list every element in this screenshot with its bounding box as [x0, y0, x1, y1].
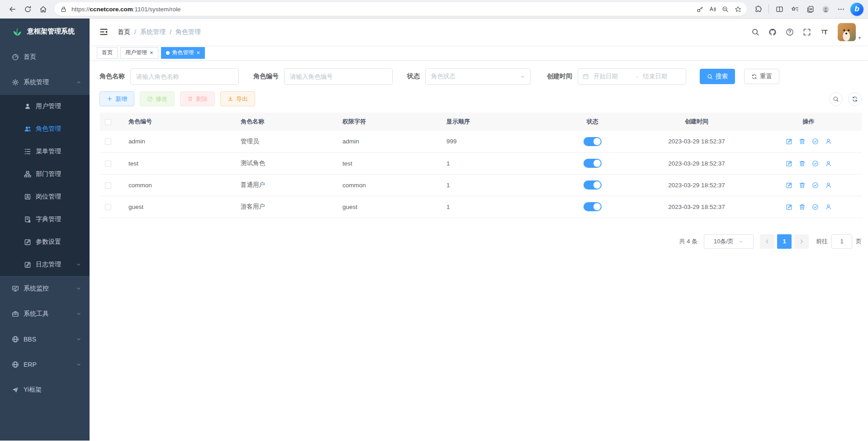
row-edit-button[interactable] — [786, 204, 792, 210]
select-all-checkbox[interactable] — [105, 119, 111, 125]
zoom-out-icon[interactable] — [719, 3, 731, 15]
browser-profile-icon[interactable] — [818, 1, 833, 17]
sidebar-item-dept-mgmt[interactable]: 部门管理 — [0, 163, 90, 185]
date-range-picker[interactable]: 开始日期 - 结束日期 — [578, 68, 686, 85]
read-aloud-icon[interactable] — [706, 3, 719, 15]
row-assign-user-button[interactable] — [825, 204, 832, 210]
sidebar-item-dict-mgmt[interactable]: 字典管理 — [0, 208, 90, 231]
row-edit-button[interactable] — [786, 182, 792, 189]
copilot-bing-icon[interactable]: b — [850, 3, 863, 16]
col-display-order: 显示顺序 — [441, 113, 547, 131]
user-avatar[interactable] — [838, 23, 856, 41]
refresh-table-button[interactable] — [848, 92, 862, 106]
status-select[interactable]: 角色状态 — [425, 68, 531, 85]
row-assign-user-button[interactable] — [825, 138, 832, 145]
sidebar-item-bbs[interactable]: BBS — [0, 327, 90, 352]
sidebar-collapse-button[interactable] — [96, 24, 111, 40]
search-button[interactable]: 搜索 — [700, 69, 735, 84]
add-favorite-star-icon[interactable] — [731, 3, 744, 15]
header-search-button[interactable] — [748, 25, 763, 39]
cell-role-code: guest — [123, 196, 235, 218]
row-assign-user-button[interactable] — [825, 182, 832, 189]
reset-button[interactable]: 重置 — [744, 69, 779, 84]
row-delete-button[interactable] — [799, 138, 806, 145]
browser-home-button[interactable] — [35, 1, 51, 17]
row-edit-button[interactable] — [786, 138, 792, 145]
tab-role-mgmt[interactable]: 角色管理× — [161, 47, 205, 59]
row-permission-button[interactable] — [812, 182, 819, 189]
book-icon — [24, 216, 31, 223]
browser-back-button[interactable] — [5, 1, 20, 17]
sidebar-item-user-mgmt[interactable]: 用户管理 — [0, 95, 90, 118]
next-page-button[interactable] — [794, 234, 809, 249]
toggle-search-button[interactable] — [829, 92, 843, 106]
row-assign-user-button[interactable] — [825, 160, 832, 167]
sidebar-item-home[interactable]: 首页 — [0, 44, 90, 70]
sidebar-item-system-mgmt[interactable]: 系统管理 — [0, 70, 90, 95]
password-key-icon[interactable] — [693, 3, 706, 15]
sidebar-item-system-tools[interactable]: 系统工具 — [0, 301, 90, 327]
font-size-button[interactable]: TT — [817, 25, 831, 39]
table-toolbar: 新增 修改 删除 导出 — [100, 91, 862, 106]
export-button[interactable]: 导出 — [220, 91, 255, 106]
lock-icon[interactable] — [57, 3, 70, 15]
split-screen-icon[interactable] — [772, 1, 787, 17]
row-delete-button[interactable] — [799, 160, 806, 167]
row-permission-button[interactable] — [812, 204, 819, 210]
row-permission-button[interactable] — [812, 160, 819, 167]
row-permission-button[interactable] — [812, 138, 819, 145]
fullscreen-button[interactable] — [800, 25, 814, 39]
prev-page-button[interactable] — [760, 234, 774, 249]
role-name-input[interactable] — [130, 68, 239, 85]
extensions-icon[interactable] — [750, 1, 766, 17]
close-tab-icon[interactable]: × — [150, 50, 153, 56]
page-size-select[interactable]: 10条/页 — [704, 234, 754, 249]
sidebar-item-yi-framework[interactable]: Yi框架 — [0, 377, 90, 403]
add-button[interactable]: 新增 — [100, 91, 134, 106]
delete-button[interactable]: 删除 — [180, 91, 215, 106]
date-end-placeholder[interactable]: 结束日期 — [643, 72, 681, 81]
collections-icon[interactable] — [802, 1, 818, 17]
row-checkbox[interactable] — [105, 161, 111, 167]
row-delete-button[interactable] — [799, 182, 806, 189]
page-number-button[interactable]: 1 — [777, 234, 792, 249]
github-button[interactable] — [765, 25, 780, 39]
tab-user-mgmt[interactable]: 用户管理× — [120, 47, 158, 59]
user-menu[interactable]: ▼ — [838, 23, 862, 41]
goto-page-input[interactable] — [831, 234, 852, 249]
address-bar[interactable]: https://ccnetcore.com:1101/system/role — [54, 2, 747, 16]
status-toggle[interactable] — [583, 202, 602, 211]
sidebar-item-role-mgmt[interactable]: 角色管理 — [0, 118, 90, 140]
breadcrumb-home[interactable]: 首页 — [118, 28, 130, 36]
col-role-name: 角色名称 — [235, 113, 337, 131]
globe-icon — [12, 336, 19, 343]
date-start-placeholder[interactable]: 开始日期 — [593, 72, 632, 81]
plus-icon — [107, 96, 113, 102]
sidebar-item-system-monitor[interactable]: 系统监控 — [0, 276, 90, 301]
status-toggle[interactable] — [583, 159, 602, 168]
col-status: 状态 — [547, 113, 638, 131]
favorites-icon[interactable] — [787, 1, 802, 17]
sidebar-item-log-mgmt[interactable]: 日志管理 — [0, 253, 90, 276]
github-icon — [768, 28, 777, 36]
help-button[interactable] — [783, 25, 797, 39]
edit-icon — [24, 238, 31, 246]
status-toggle[interactable] — [583, 180, 602, 190]
row-edit-button[interactable] — [786, 160, 792, 167]
close-tab-icon[interactable]: × — [197, 50, 200, 56]
edit-button[interactable]: 修改 — [140, 91, 175, 106]
sidebar-item-menu-mgmt[interactable]: 菜单管理 — [0, 140, 90, 163]
row-checkbox[interactable] — [105, 204, 111, 210]
sidebar-item-post-mgmt[interactable]: 岗位管理 — [0, 185, 90, 208]
app-logo[interactable]: 意框架管理系统 — [0, 19, 90, 44]
tab-home[interactable]: 首页 — [97, 47, 118, 59]
row-delete-button[interactable] — [799, 204, 806, 210]
sidebar-item-param-settings[interactable]: 参数设置 — [0, 231, 90, 253]
status-toggle[interactable] — [583, 137, 602, 146]
sidebar-item-erp[interactable]: ERP — [0, 352, 90, 377]
row-checkbox[interactable] — [105, 182, 111, 189]
row-checkbox[interactable] — [105, 138, 111, 145]
browser-reload-button[interactable] — [20, 1, 35, 17]
more-menu-icon[interactable] — [833, 1, 849, 17]
role-code-input[interactable] — [284, 68, 393, 85]
